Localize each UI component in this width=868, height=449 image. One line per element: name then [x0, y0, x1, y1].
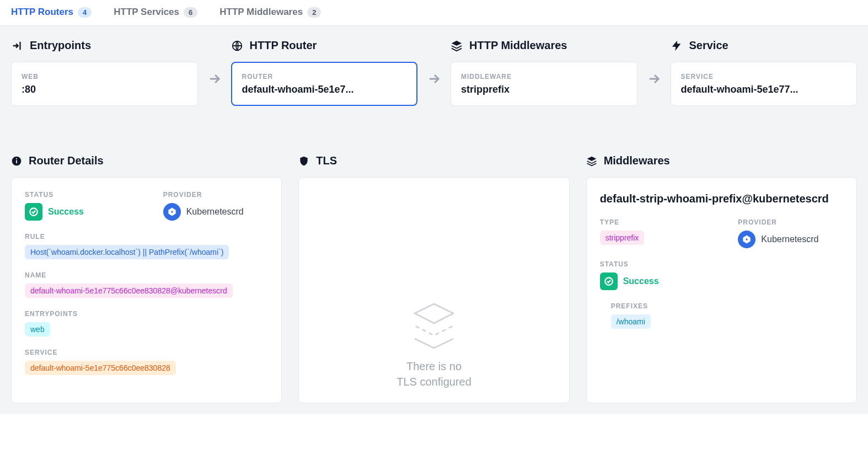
- svg-point-3: [16, 158, 17, 159]
- arrow-right-icon: [426, 71, 442, 87]
- card-value: stripprefix: [461, 84, 627, 95]
- status-label: STATUS: [600, 260, 843, 268]
- service-header: Service: [671, 39, 858, 52]
- rule-label: RULE: [25, 233, 268, 240]
- service-chip[interactable]: default-whoami-5e1e775c66c0ee830828: [25, 361, 176, 375]
- provider-label: PROVIDER: [738, 218, 843, 226]
- success-icon: [25, 203, 42, 221]
- flow-col-middlewares: HTTP Middlewares MIDDLEWARE stripprefix: [451, 39, 637, 106]
- success-icon: [600, 272, 618, 290]
- tls-header: TLS: [298, 154, 569, 167]
- middlewares-title: HTTP Middlewares: [469, 39, 567, 52]
- middlewares-header: Middlewares: [586, 154, 857, 167]
- tab-count: 4: [78, 7, 92, 18]
- prefixes-label: PREFIXES: [611, 302, 843, 310]
- entrypoint-card[interactable]: WEB :80: [11, 62, 198, 106]
- status-label: STATUS: [25, 191, 130, 199]
- router-details-section: Router Details STATUS Success PROVIDER: [11, 154, 282, 403]
- provider-text: Kubernetescrd: [186, 207, 244, 217]
- arrow-right-icon: [646, 71, 662, 87]
- tls-panel: There is no TLS configured: [298, 177, 569, 403]
- card-label: WEB: [22, 73, 187, 81]
- layers-icon: [586, 156, 597, 167]
- tls-empty-text: There is no TLS configured: [397, 359, 471, 389]
- type-chip: stripprefix: [600, 231, 645, 245]
- layers-icon: [451, 40, 463, 52]
- flow-arrow: [198, 39, 231, 87]
- shield-icon: [298, 156, 309, 167]
- tab-label: HTTP Routers: [11, 7, 73, 18]
- card-label: ROUTER: [242, 73, 407, 81]
- svg-point-8: [746, 238, 748, 240]
- card-value: default-whoami-5e1e77...: [681, 84, 847, 95]
- card-label: SERVICE: [681, 73, 847, 81]
- tab-label: HTTP Middlewares: [219, 7, 303, 18]
- info-icon: [11, 156, 22, 167]
- arrow-right-icon: [207, 71, 222, 87]
- entrypoint-icon: [11, 40, 23, 52]
- service-label: SERVICE: [25, 349, 268, 356]
- entrypoint-chip: web: [25, 322, 50, 336]
- kubernetes-icon: [738, 231, 756, 248]
- tab-http-routers[interactable]: HTTP Routers 4: [11, 7, 92, 18]
- router-card[interactable]: ROUTER default-whoami-5e1e7...: [231, 62, 418, 106]
- name-label: NAME: [25, 271, 268, 279]
- tab-http-middlewares[interactable]: HTTP Middlewares 2: [219, 7, 321, 18]
- bolt-icon: [671, 40, 683, 52]
- flow-arrow: [417, 39, 451, 87]
- svg-rect-2: [16, 160, 17, 163]
- card-value: default-whoami-5e1e7...: [242, 84, 407, 95]
- entrypoints-title: Entrypoints: [30, 39, 91, 52]
- flow-col-service: Service SERVICE default-whoami-5e1e77...: [671, 39, 858, 106]
- tab-count: 2: [307, 7, 321, 18]
- card-label: MIDDLEWARE: [461, 73, 627, 81]
- middleware-card[interactable]: MIDDLEWARE stripprefix: [451, 62, 637, 106]
- status-row: Success: [25, 203, 130, 221]
- middlewares-header: HTTP Middlewares: [451, 39, 637, 52]
- provider-text: Kubernetescrd: [761, 234, 818, 244]
- details-grid: Router Details STATUS Success PROVIDER: [0, 132, 868, 414]
- section-title: Middlewares: [604, 154, 670, 167]
- provider-row: Kubernetescrd: [738, 231, 843, 248]
- status-row: Success: [600, 272, 843, 290]
- section-title: Router Details: [29, 154, 104, 167]
- tls-empty-line2: TLS configured: [397, 374, 471, 389]
- provider-row: Kubernetescrd: [163, 203, 269, 221]
- tls-empty-state: There is no TLS configured: [312, 191, 555, 389]
- tab-count: 6: [184, 7, 197, 18]
- svg-point-6: [171, 211, 173, 212]
- tls-section: TLS There is no TLS configured: [298, 154, 569, 403]
- card-value: :80: [22, 84, 187, 95]
- kubernetes-icon: [163, 203, 181, 221]
- tabs-bar: HTTP Routers 4 HTTP Services 6 HTTP Midd…: [0, 0, 868, 26]
- provider-label: PROVIDER: [163, 191, 269, 199]
- section-title: TLS: [316, 154, 337, 167]
- entrypoints-label: ENTRYPOINTS: [25, 310, 268, 318]
- tab-label: HTTP Services: [114, 7, 179, 18]
- router-details-header: Router Details: [11, 154, 282, 167]
- flow-col-entrypoints: Entrypoints WEB :80: [11, 39, 198, 106]
- middlewares-section: Middlewares default-strip-whoami-prefix@…: [586, 154, 857, 403]
- flow-col-router: HTTP Router ROUTER default-whoami-5e1e7.…: [231, 39, 418, 106]
- entrypoints-header: Entrypoints: [11, 39, 198, 52]
- type-label: TYPE: [600, 218, 705, 226]
- status-text: Success: [48, 207, 84, 217]
- status-text: Success: [623, 276, 659, 286]
- flow-arrow: [637, 39, 671, 87]
- middlewares-panel: default-strip-whoami-prefix@kubernetescr…: [586, 177, 857, 403]
- router-header: HTTP Router: [231, 39, 418, 52]
- empty-layers-icon: [406, 301, 462, 351]
- service-card[interactable]: SERVICE default-whoami-5e1e77...: [671, 62, 858, 106]
- service-title: Service: [689, 39, 728, 52]
- prefix-chip: /whoami: [611, 314, 651, 329]
- rule-chip: Host(`whoami.docker.localhost`) || PathP…: [25, 245, 229, 259]
- globe-icon: [231, 40, 243, 52]
- tls-empty-line1: There is no: [397, 359, 471, 374]
- router-details-panel: STATUS Success PROVIDER Kubernete: [11, 177, 282, 403]
- router-title: HTTP Router: [250, 39, 317, 52]
- name-chip: default-whoami-5e1e775c66c0ee830828@kube…: [25, 284, 233, 298]
- middleware-name: default-strip-whoami-prefix@kubernetescr…: [600, 191, 843, 206]
- tab-http-services[interactable]: HTTP Services 6: [114, 7, 197, 18]
- flow-panel: Entrypoints WEB :80 HTTP Router ROUTER d…: [0, 26, 868, 132]
